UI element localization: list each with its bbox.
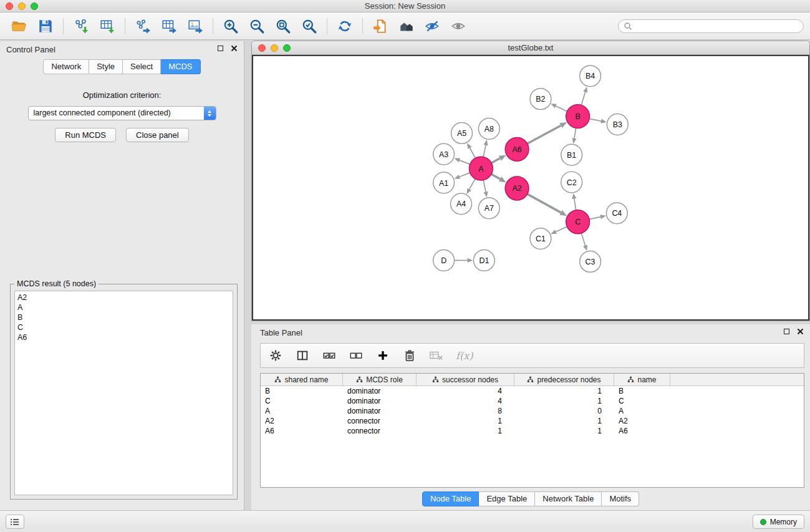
node-D[interactable]: D bbox=[433, 250, 455, 271]
node-B2[interactable]: B2 bbox=[530, 89, 551, 110]
export-network-button[interactable] bbox=[130, 16, 156, 37]
column-header-MCDS-role[interactable]: MCDS role bbox=[343, 374, 417, 385]
table-row[interactable]: A2connector11A2 bbox=[261, 416, 804, 426]
result-item[interactable]: A bbox=[15, 302, 233, 312]
result-item[interactable]: B bbox=[15, 312, 233, 322]
result-item[interactable]: A6 bbox=[15, 332, 233, 342]
float-table-panel-icon[interactable] bbox=[784, 329, 789, 334]
tab-mcds[interactable]: MCDS bbox=[161, 59, 200, 74]
column-header-predecessor-nodes[interactable]: predecessor nodes bbox=[514, 374, 614, 385]
column-header-shared-name[interactable]: shared name bbox=[261, 374, 343, 385]
edge-A-A5[interactable] bbox=[467, 143, 475, 158]
float-panel-icon[interactable] bbox=[218, 46, 223, 51]
hide-graphics-details-button[interactable] bbox=[420, 16, 446, 37]
edge-C-C2[interactable] bbox=[572, 193, 576, 210]
tab-network[interactable]: Network bbox=[43, 59, 89, 74]
edge-A-A7[interactable] bbox=[483, 180, 488, 198]
save-session-button[interactable] bbox=[32, 16, 59, 37]
minimize-window-button[interactable] bbox=[18, 2, 26, 10]
node-A4[interactable]: A4 bbox=[451, 193, 472, 215]
edge-C-C4[interactable] bbox=[589, 215, 606, 219]
show-columns-button[interactable] bbox=[295, 348, 310, 363]
optimization-criterion-dropdown[interactable]: largest connected component (directed) bbox=[28, 106, 216, 120]
edge-A-A8[interactable] bbox=[483, 140, 488, 157]
network-canvas[interactable]: B4B2BB3A8A5A6A3B1AA1C2A2A4A7C4CC1C3DD1 bbox=[252, 55, 809, 321]
memory-button[interactable]: Memory bbox=[753, 515, 804, 529]
refresh-view-button[interactable] bbox=[332, 16, 358, 37]
zoom-window-button[interactable] bbox=[31, 2, 38, 10]
node-A2[interactable]: A2 bbox=[505, 177, 529, 200]
edge-D-D1[interactable] bbox=[455, 258, 473, 263]
delete-table-button[interactable] bbox=[429, 348, 444, 363]
network-zoom-button[interactable] bbox=[283, 44, 291, 52]
result-item[interactable]: A2 bbox=[15, 293, 233, 302]
node-A1[interactable]: A1 bbox=[433, 172, 455, 193]
node-A3[interactable]: A3 bbox=[433, 143, 455, 165]
edge-B-B2[interactable] bbox=[551, 104, 567, 111]
import-network-button[interactable] bbox=[68, 16, 94, 37]
close-panel-icon[interactable] bbox=[231, 45, 238, 52]
node-B3[interactable]: B3 bbox=[607, 114, 628, 135]
table-row[interactable]: Cdominator41C bbox=[261, 396, 804, 406]
task-history-button[interactable] bbox=[6, 515, 24, 529]
network-minimize-button[interactable] bbox=[271, 44, 278, 52]
node-A[interactable]: A bbox=[469, 157, 493, 180]
edge-A-A6[interactable] bbox=[491, 155, 506, 163]
table-row[interactable]: Adominator80A bbox=[261, 406, 804, 416]
edge-A2-C[interactable] bbox=[528, 194, 567, 216]
show-graphics-details-button[interactable] bbox=[446, 16, 472, 37]
mcds-result-list[interactable]: A2ABCA6 bbox=[14, 291, 233, 495]
open-document-button[interactable] bbox=[367, 16, 393, 37]
home-view-button[interactable] bbox=[393, 16, 420, 37]
node-B1[interactable]: B1 bbox=[561, 144, 582, 165]
export-table-button[interactable] bbox=[156, 16, 182, 37]
tab-node-table[interactable]: Node Table bbox=[422, 491, 480, 506]
select-all-button[interactable] bbox=[322, 348, 337, 363]
table-row[interactable]: Bdominator41B bbox=[261, 386, 804, 396]
node-A5[interactable]: A5 bbox=[451, 122, 473, 143]
edge-C-C3[interactable] bbox=[581, 233, 587, 251]
import-table-button[interactable] bbox=[94, 16, 120, 37]
add-column-button[interactable] bbox=[375, 348, 390, 363]
column-header-name[interactable]: name bbox=[614, 374, 670, 385]
edge-A-A3[interactable] bbox=[454, 158, 470, 165]
node-C3[interactable]: C3 bbox=[580, 251, 601, 273]
close-panel-button[interactable]: Close panel bbox=[126, 128, 189, 142]
node-C2[interactable]: C2 bbox=[561, 172, 582, 193]
toolbar-search-field[interactable] bbox=[618, 19, 804, 33]
zoom-selected-button[interactable] bbox=[296, 16, 322, 37]
edge-B-B3[interactable] bbox=[589, 118, 607, 123]
network-close-button[interactable] bbox=[258, 44, 266, 52]
export-image-button[interactable] bbox=[182, 16, 208, 37]
dropdown-stepper[interactable] bbox=[204, 107, 216, 120]
tab-select[interactable]: Select bbox=[123, 59, 161, 74]
column-header-successor-nodes[interactable]: successor nodes bbox=[417, 374, 514, 385]
zoom-out-button[interactable] bbox=[244, 16, 270, 37]
close-window-button[interactable] bbox=[6, 2, 13, 10]
tab-motifs[interactable]: Motifs bbox=[602, 491, 639, 506]
node-A6[interactable]: A6 bbox=[505, 137, 529, 161]
edge-A-A2[interactable] bbox=[491, 174, 506, 182]
edge-A-A1[interactable] bbox=[454, 173, 470, 179]
node-A7[interactable]: A7 bbox=[478, 198, 499, 219]
table-settings-button[interactable] bbox=[268, 348, 283, 363]
zoom-fit-button[interactable] bbox=[270, 16, 296, 37]
edge-C-C1[interactable] bbox=[551, 227, 567, 235]
function-builder-button[interactable]: f(x) bbox=[456, 348, 473, 363]
node-C4[interactable]: C4 bbox=[606, 203, 627, 224]
node-A8[interactable]: A8 bbox=[478, 118, 499, 140]
tab-style[interactable]: Style bbox=[89, 59, 123, 74]
run-mcds-button[interactable]: Run MCDS bbox=[55, 128, 116, 142]
open-session-button[interactable] bbox=[6, 16, 32, 37]
tab-network-table[interactable]: Network Table bbox=[535, 491, 602, 506]
edge-B-B1[interactable] bbox=[572, 128, 576, 143]
node-B4[interactable]: B4 bbox=[580, 65, 601, 87]
edge-B-B4[interactable] bbox=[581, 87, 587, 105]
close-table-panel-icon[interactable] bbox=[797, 328, 804, 335]
edge-A-A4[interactable] bbox=[466, 179, 475, 195]
search-input[interactable] bbox=[632, 21, 798, 31]
result-item[interactable]: C bbox=[15, 322, 233, 332]
deselect-all-button[interactable] bbox=[349, 348, 364, 363]
node-B[interactable]: B bbox=[566, 105, 590, 128]
delete-column-button[interactable] bbox=[402, 348, 417, 363]
